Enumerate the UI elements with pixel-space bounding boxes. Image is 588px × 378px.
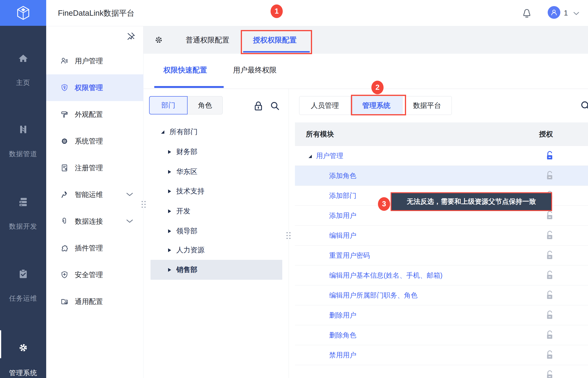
sidebar-item-system-management[interactable]: 系统管理 xyxy=(46,128,144,155)
tree-item-sales[interactable]: 销售部 xyxy=(150,260,282,280)
data-connection-paperclip-icon xyxy=(60,217,69,226)
tree-item-leadership[interactable]: 领导部 xyxy=(144,221,289,241)
gear-icon xyxy=(17,342,29,354)
caret-collapsed-icon[interactable] xyxy=(168,170,171,174)
sidebar-item-data-pipeline[interactable]: 数据管道 xyxy=(0,124,46,159)
subtab-quick-permission[interactable]: 权限快速配置 xyxy=(163,63,207,78)
column-header-auth: 授权 xyxy=(539,122,553,146)
task-ops-icon xyxy=(18,269,29,279)
table-row: 重置用户密码 xyxy=(295,245,588,265)
toggle-department[interactable]: 部门 xyxy=(149,96,187,114)
chevron-down-icon[interactable] xyxy=(126,219,134,224)
system-gear-icon xyxy=(60,137,69,145)
active-tab-underline xyxy=(243,51,310,53)
tab-data-platform[interactable]: 数据平台 xyxy=(402,96,452,115)
primary-sidebar: 主页 数据管道 数据开发 任务运维 管理系统 xyxy=(0,0,46,378)
unlock-icon[interactable] xyxy=(546,310,554,320)
tree-item-finance[interactable]: 财务部 xyxy=(144,142,289,162)
tree-item-east-china[interactable]: 华东区 xyxy=(144,162,289,182)
sidebar-item-manage-system[interactable]: 管理系统 xyxy=(0,342,46,378)
sidebar-item-permission-management[interactable]: 权限管理 xyxy=(46,74,144,101)
tab-normal-permission[interactable]: 普通权限配置 xyxy=(186,26,229,54)
person-icon xyxy=(550,8,558,17)
unpin-sidebar-icon[interactable] xyxy=(126,31,136,41)
sidebar-item-common-config[interactable]: 通用配置 xyxy=(46,288,144,315)
module-search-icon[interactable] xyxy=(580,100,588,111)
unlock-icon[interactable] xyxy=(546,270,554,280)
sidebar-item-smart-ops[interactable]: 智能运维 xyxy=(46,181,144,208)
tab-authorized-permission[interactable]: 授权权限配置 xyxy=(253,26,297,54)
tree-search-icon[interactable] xyxy=(270,101,280,111)
permission-topbar: 普通权限配置 授权权限配置 xyxy=(144,26,588,54)
subtab-user-final-permission[interactable]: 用户最终权限 xyxy=(233,63,277,78)
caret-collapsed-icon[interactable] xyxy=(168,268,171,272)
tab-personnel-management[interactable]: 人员管理 xyxy=(299,96,350,115)
table-header: 所有模块 授权 xyxy=(295,122,588,146)
caret-expanded-icon[interactable] xyxy=(308,155,312,158)
sidebar-item-task-ops[interactable]: 任务运维 xyxy=(0,269,46,303)
unlock-icon[interactable] xyxy=(546,211,554,220)
unlock-icon[interactable] xyxy=(546,291,554,300)
department-tree-panel: 部门 角色 所有部门 财务部 华东区 技术支持 开发 领导部 人力资源 xyxy=(144,89,289,378)
caret-collapsed-icon[interactable] xyxy=(168,189,171,193)
unlock-icon[interactable] xyxy=(546,370,554,378)
sidebar-item-data-connection[interactable]: 数据连接 xyxy=(46,208,144,235)
avatar[interactable] xyxy=(548,6,560,19)
toggle-role[interactable]: 角色 xyxy=(187,96,223,114)
register-doc-icon xyxy=(60,164,69,172)
table-row: 用户管理 xyxy=(295,146,588,166)
active-subtab-underline xyxy=(154,86,224,88)
app-logo[interactable] xyxy=(0,0,46,26)
admin-sidebar: 用户管理 权限管理 外观配置 系统管理 注册管理 智能运维 xyxy=(46,26,144,378)
unlock-icon[interactable] xyxy=(546,251,554,260)
tree-item-tech-support[interactable]: 技术支持 xyxy=(144,181,289,201)
panel-resize-handle[interactable] xyxy=(286,232,291,239)
tree-item-all-departments[interactable]: 所有部门 xyxy=(144,122,289,142)
caret-expanded-icon[interactable] xyxy=(161,130,164,134)
smart-ops-wrench-icon xyxy=(60,190,69,199)
tab-management-system[interactable]: 管理系统 xyxy=(350,96,402,115)
unlock-icon[interactable] xyxy=(546,171,554,180)
caret-collapsed-icon[interactable] xyxy=(168,229,171,233)
user-menu-chevron-down-icon[interactable] xyxy=(573,11,580,16)
annotation-badge-2: 2 xyxy=(371,81,384,94)
permission-shield-key-icon xyxy=(60,83,69,92)
sidebar-item-appearance[interactable]: 外观配置 xyxy=(46,101,144,128)
user-management-icon xyxy=(60,57,69,65)
unlock-icon[interactable] xyxy=(546,151,554,160)
data-dev-icon xyxy=(18,197,29,207)
panel-resize-handle[interactable] xyxy=(142,201,146,208)
table-row: 删除角色 xyxy=(295,325,588,345)
cube-logo-icon xyxy=(15,5,31,21)
caret-collapsed-icon[interactable] xyxy=(168,150,171,154)
settings-gear-icon[interactable] xyxy=(154,35,164,45)
annotation-badge-3: 3 xyxy=(378,197,390,211)
unlock-icon[interactable] xyxy=(546,350,554,360)
tree-item-dev[interactable]: 开发 xyxy=(144,201,289,221)
sidebar-item-plugin-management[interactable]: 插件管理 xyxy=(46,235,144,261)
annotation-badge-1: 1 xyxy=(270,4,283,18)
sidebar-item-user-management[interactable]: 用户管理 xyxy=(46,48,144,74)
appearance-icon xyxy=(60,110,69,119)
app-header: FineDataLink数据平台 1 xyxy=(46,0,588,26)
caret-collapsed-icon[interactable] xyxy=(168,248,171,252)
sidebar-item-security-management[interactable]: 安全管理 xyxy=(46,261,144,288)
active-item-indicator xyxy=(0,330,1,358)
table-row: 添加角色 xyxy=(295,166,588,186)
sidebar-item-register-management[interactable]: 注册管理 xyxy=(46,155,144,181)
app-title: FineDataLink数据平台 xyxy=(58,0,134,26)
unlock-icon[interactable] xyxy=(546,231,554,240)
notification-bell-icon[interactable] xyxy=(522,8,532,19)
caret-collapsed-icon[interactable] xyxy=(168,209,171,213)
sidebar-item-home[interactable]: 主页 xyxy=(0,53,46,87)
column-header-modules: 所有模块 xyxy=(306,122,334,146)
unlock-icon[interactable] xyxy=(546,330,554,340)
table-row: 禁用用户 xyxy=(295,345,588,365)
chevron-down-icon[interactable] xyxy=(126,192,134,197)
sidebar-item-data-dev[interactable]: 数据开发 xyxy=(0,197,46,231)
table-row: 删除用户 xyxy=(295,305,588,325)
dept-role-toggle: 部门 角色 xyxy=(149,96,223,114)
tree-item-hr[interactable]: 人力资源 xyxy=(144,240,289,260)
batch-auth-lock-icon[interactable] xyxy=(254,101,263,111)
platform-tabs: 人员管理 管理系统 数据平台 xyxy=(299,96,452,115)
